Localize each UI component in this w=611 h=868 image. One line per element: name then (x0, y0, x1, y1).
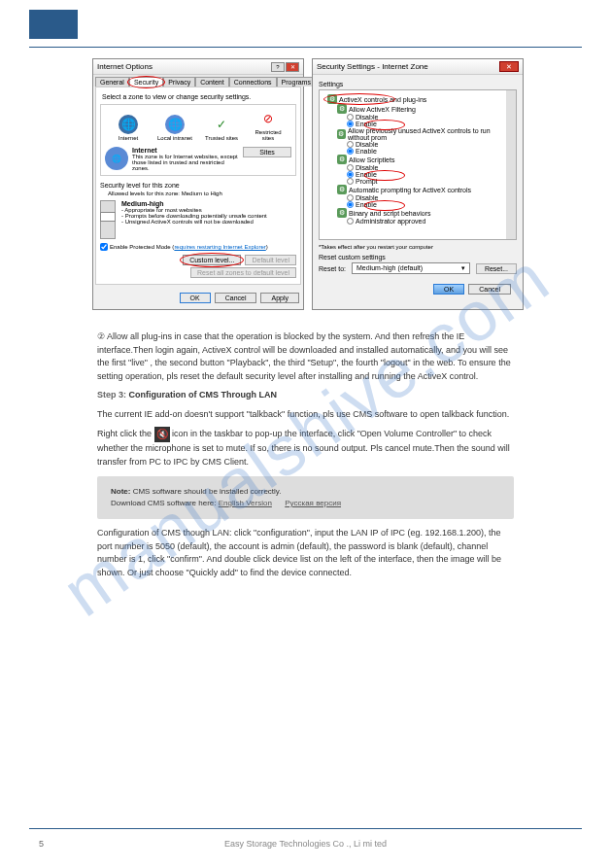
level-name: Medium-high (121, 200, 164, 207)
radio-prompt[interactable] (347, 178, 354, 185)
ss-titlebar: Security Settings - Internet Zone ✕ (313, 59, 523, 75)
step-number: Step 3: (97, 390, 129, 399)
footer-company: Easy Storage Technologies Co ., Li mi te… (0, 839, 611, 849)
epm-label: Enable Protected Mode ( (110, 244, 174, 250)
zone-internet[interactable]: 🌐 Internet (109, 115, 148, 141)
sec-level-title: Security level for this zone (100, 182, 296, 189)
security-settings-dialog: Security Settings - Internet Zone ✕ Sett… (312, 58, 524, 310)
default-level-button[interactable]: Default level (245, 255, 296, 265)
settings-label: Settings (319, 81, 517, 87)
tab-content[interactable]: Content (195, 77, 229, 87)
chevron-down-icon: ▾ (461, 264, 465, 272)
sites-button[interactable]: Sites (243, 147, 291, 157)
zone-desc: This zone is for Internet websites, exce… (132, 154, 238, 171)
internet-options-dialog: Internet Options ? ✕ General Security Pr… (92, 58, 304, 310)
intranet-icon: 🌐 (165, 115, 185, 134)
tree-item-icon: ⚙ (337, 208, 347, 218)
ss-title-text: Security Settings - Internet Zone (317, 62, 428, 71)
no-entry-icon: ⊘ (258, 109, 278, 128)
radio-enable[interactable] (347, 121, 354, 127)
tree-item-icon: ⚙ (337, 155, 347, 164)
header-rule (29, 47, 582, 48)
custom-level-button[interactable]: Custom level... (183, 255, 241, 265)
radio-disable[interactable] (347, 141, 354, 148)
zone-name: Internet (132, 147, 157, 154)
footer-rule (29, 828, 582, 829)
restart-note: *Takes effect after you restart your com… (319, 244, 517, 250)
security-slider[interactable] (100, 200, 116, 239)
tab-programs[interactable]: Programs (277, 77, 316, 87)
apply-button[interactable]: Apply (260, 293, 299, 303)
settings-tree[interactable]: ⚙ ActiveX controls and plug-ins ⚙ Allow … (319, 89, 517, 240)
tab-general[interactable]: General (95, 77, 129, 87)
tab-privacy[interactable]: Privacy (163, 77, 195, 87)
zone-restricted[interactable]: ⊘ Restricted sites (249, 109, 288, 141)
radio-enable[interactable] (347, 201, 354, 208)
protected-mode-checkbox[interactable] (100, 243, 108, 251)
header-block (29, 10, 78, 39)
help-button[interactable]: ? (271, 62, 285, 72)
io-title-text: Internet Options (97, 62, 153, 71)
para-1: ② Allow all plug-ins in case that the op… (97, 330, 514, 383)
tree-item-icon: ⚙ (337, 104, 347, 114)
tab-security[interactable]: Security (129, 77, 163, 87)
ss-cancel-button[interactable]: Cancel (468, 284, 511, 295)
cancel-button[interactable]: Cancel (215, 293, 257, 303)
note-box: Note: CMS software should be installed c… (97, 476, 514, 519)
reset-button[interactable]: Reset... (476, 263, 517, 274)
zone-local-intranet[interactable]: 🌐 Local intranet (155, 115, 194, 141)
io-titlebar: Internet Options ? ✕ (93, 59, 303, 75)
radio-disable[interactable] (347, 114, 354, 121)
radio-enable[interactable] (347, 148, 354, 155)
step-title: Configuration of CMS Through LAN (129, 390, 277, 399)
zone-large-icon: 🌐 (105, 147, 128, 170)
para-2: The current IE add-on doesn't support "t… (97, 408, 514, 422)
radio-disable[interactable] (347, 194, 354, 201)
check-icon: ✓ (212, 115, 231, 134)
epm-restart: requires restarting Internet Explorer (174, 244, 265, 250)
ss-ok-button[interactable]: OK (433, 284, 464, 295)
tab-connections[interactable]: Connections (229, 77, 277, 87)
zone-trusted[interactable]: ✓ Trusted sites (202, 115, 241, 141)
activex-category-icon: ⚙ (327, 94, 337, 104)
link-russian[interactable]: Русская версия (285, 499, 341, 507)
radio-enable[interactable] (347, 171, 354, 178)
radio-admin[interactable] (347, 218, 354, 225)
reset-to-label: Reset to: (319, 265, 346, 272)
link-english[interactable]: English Version (219, 499, 272, 507)
sec-allowed: Allowed levels for this zone: Medium to … (108, 191, 296, 196)
ok-button[interactable]: OK (180, 293, 211, 303)
reset-to-select[interactable]: Medium-high (default) ▾ (352, 262, 470, 274)
tree-item-icon: ⚙ (337, 129, 346, 139)
para-4: Configuration of CMS though LAN: click "… (97, 527, 514, 579)
io-tab-strip: General Security Privacy Content Connect… (93, 75, 303, 87)
speaker-muted-icon: 🔇 (154, 427, 170, 442)
zone-instruction: Select a zone to view or change security… (100, 91, 296, 102)
globe-icon: 🌐 (119, 115, 138, 134)
document-body: ② Allow all plug-ins in case that the op… (97, 330, 514, 585)
radio-disable[interactable] (347, 164, 354, 171)
close-button[interactable]: ✕ (286, 62, 299, 72)
ss-close-button[interactable]: ✕ (499, 61, 519, 72)
tree-activex-cat: ActiveX controls and plug-ins (339, 96, 426, 103)
tree-scrollbar[interactable] (506, 90, 516, 239)
reset-all-button[interactable]: Reset all zones to default level (190, 267, 296, 278)
tree-item-icon: ⚙ (337, 185, 347, 194)
reset-label: Reset custom settings (319, 254, 517, 260)
level-bullet-3: - Unsigned ActiveX controls will not be … (121, 219, 254, 225)
